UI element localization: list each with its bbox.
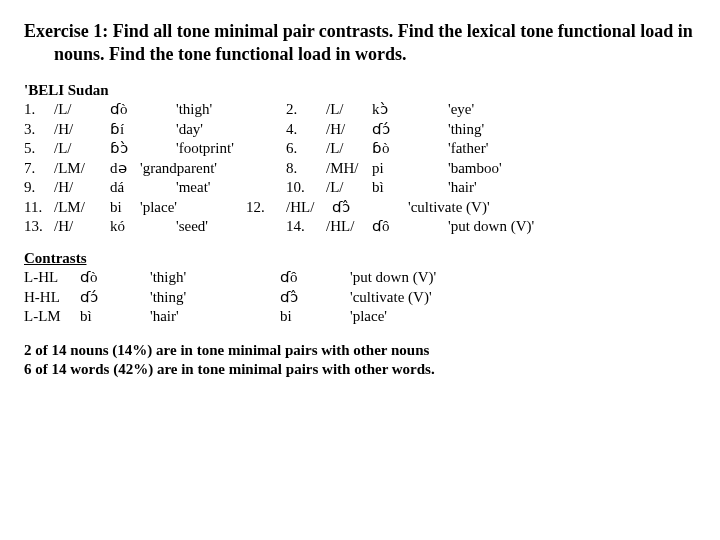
- word: pi: [372, 159, 448, 179]
- tone: /L/: [326, 100, 372, 120]
- summary-line-2: 6 of 14 words (42%) are in tone minimal …: [24, 360, 696, 380]
- table-row: 3. /H/ ɓí 'day' 4. /H/ ɗɔ́ 'thing': [24, 120, 696, 140]
- word: bi: [280, 307, 350, 327]
- word: ɗò: [110, 100, 176, 120]
- contrast-type: L-HL: [24, 268, 80, 288]
- gloss: 'seed': [176, 217, 286, 237]
- gloss: 'grandparent': [140, 159, 286, 179]
- item-number: 7.: [24, 159, 54, 179]
- gloss: 'day': [176, 120, 286, 140]
- tone: /HL/: [286, 198, 332, 218]
- word: ɓɔ̀: [110, 139, 176, 159]
- item-number: 13.: [24, 217, 54, 237]
- gloss: 'meat': [176, 178, 286, 198]
- item-number: 12.: [246, 198, 286, 218]
- item-number: 4.: [286, 120, 326, 140]
- table-row: 9. /H/ dá 'meat' 10. /L/ bì 'hair': [24, 178, 696, 198]
- tone: /L/: [54, 100, 110, 120]
- gloss: 'hair': [150, 307, 280, 327]
- word: ɓò: [372, 139, 448, 159]
- item-number: 2.: [286, 100, 326, 120]
- table-row: H-HL ɗɔ́ 'thing' ɗɔ̂ 'cultivate (V)': [24, 288, 696, 308]
- table-row: 11. /LM/ bi 'place' 12. /HL/ ɗɔ̂ 'cultiv…: [24, 198, 696, 218]
- gloss: 'cultivate (V)': [408, 198, 696, 218]
- word: kɔ̀: [372, 100, 448, 120]
- gloss: 'hair': [448, 178, 696, 198]
- table-row: L-LM bì 'hair' bi 'place': [24, 307, 696, 327]
- contrasts-table: L-HL ɗò 'thigh' ɗô 'put down (V)' H-HL ɗ…: [24, 268, 696, 327]
- summary-line-1: 2 of 14 nouns (14%) are in tone minimal …: [24, 341, 696, 361]
- contrast-type: H-HL: [24, 288, 80, 308]
- word: dá: [110, 178, 176, 198]
- tone: /H/: [54, 217, 110, 237]
- data-table: 1. /L/ ɗò 'thigh' 2. /L/ kɔ̀ 'eye' 3. /H…: [24, 100, 696, 237]
- word: bì: [372, 178, 448, 198]
- gloss: 'place': [140, 198, 246, 218]
- word: bi: [110, 198, 140, 218]
- gloss: 'thigh': [176, 100, 286, 120]
- word: ɓí: [110, 120, 176, 140]
- gloss: 'put down (V)': [350, 268, 696, 288]
- tone: /H/: [326, 120, 372, 140]
- word: ɗɔ́: [372, 120, 448, 140]
- gloss: 'eye': [448, 100, 696, 120]
- word: ɗɔ́: [80, 288, 150, 308]
- contrasts-heading: Contrasts: [24, 249, 696, 269]
- exercise-title: Exercise 1: Find all tone minimal pair c…: [54, 20, 696, 67]
- language-label: 'BELI Sudan: [24, 81, 696, 101]
- gloss: 'thing': [448, 120, 696, 140]
- word: ɗô: [372, 217, 448, 237]
- item-number: 8.: [286, 159, 326, 179]
- item-number: 10.: [286, 178, 326, 198]
- tone: /L/: [54, 139, 110, 159]
- item-number: 11.: [24, 198, 54, 218]
- item-number: 14.: [286, 217, 326, 237]
- word: ɗɔ̂: [280, 288, 350, 308]
- word: ɗɔ̂: [332, 198, 408, 218]
- tone: /LM/: [54, 159, 110, 179]
- gloss: 'thing': [150, 288, 280, 308]
- table-row: 1. /L/ ɗò 'thigh' 2. /L/ kɔ̀ 'eye': [24, 100, 696, 120]
- word: ɗò: [80, 268, 150, 288]
- word: də: [110, 159, 140, 179]
- item-number: 6.: [286, 139, 326, 159]
- gloss: 'footprint': [176, 139, 286, 159]
- item-number: 5.: [24, 139, 54, 159]
- word: ɗô: [280, 268, 350, 288]
- tone: /L/: [326, 139, 372, 159]
- tone: /MH/: [326, 159, 372, 179]
- contrast-type: L-LM: [24, 307, 80, 327]
- item-number: 3.: [24, 120, 54, 140]
- word: kó: [110, 217, 176, 237]
- gloss: 'cultivate (V)': [350, 288, 696, 308]
- gloss: 'father': [448, 139, 696, 159]
- table-row: 13. /H/ kó 'seed' 14. /HL/ ɗô 'put down …: [24, 217, 696, 237]
- gloss: 'thigh': [150, 268, 280, 288]
- gloss: 'bamboo': [448, 159, 696, 179]
- tone: /L/: [326, 178, 372, 198]
- gloss: 'put down (V)': [448, 217, 696, 237]
- tone: /H/: [54, 120, 110, 140]
- tone: /LM/: [54, 198, 110, 218]
- item-number: 1.: [24, 100, 54, 120]
- tone: /HL/: [326, 217, 372, 237]
- table-row: L-HL ɗò 'thigh' ɗô 'put down (V)': [24, 268, 696, 288]
- word: bì: [80, 307, 150, 327]
- table-row: 7. /LM/ də 'grandparent' 8. /MH/ pi 'bam…: [24, 159, 696, 179]
- table-row: 5. /L/ ɓɔ̀ 'footprint' 6. /L/ ɓò 'father…: [24, 139, 696, 159]
- gloss: 'place': [350, 307, 696, 327]
- item-number: 9.: [24, 178, 54, 198]
- tone: /H/: [54, 178, 110, 198]
